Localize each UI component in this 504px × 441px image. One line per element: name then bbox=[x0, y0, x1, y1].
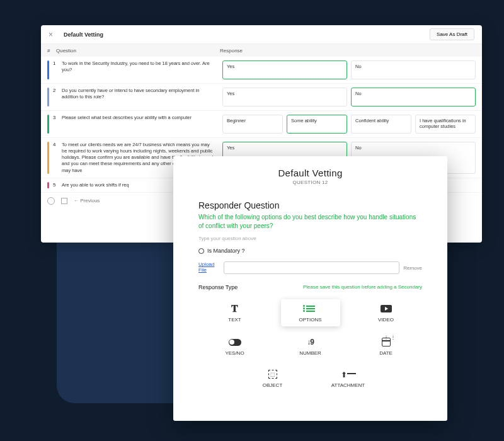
section-heading: Responder Question bbox=[198, 200, 422, 210]
row-num: 1 bbox=[53, 60, 62, 79]
question-prompt[interactable]: Which of the following options do you be… bbox=[198, 213, 422, 231]
radio-icon[interactable] bbox=[198, 248, 204, 254]
response-type-label: Response Type bbox=[198, 284, 238, 290]
row-accent bbox=[47, 60, 49, 79]
question-hint: Type your question above bbox=[198, 236, 422, 241]
col-num: # bbox=[47, 48, 56, 54]
table-row: 2 Do you currently have or intend to hav… bbox=[41, 84, 482, 111]
row-accent bbox=[47, 88, 49, 106]
editor-title: Default Vetting bbox=[198, 168, 422, 178]
col-response: Response bbox=[220, 48, 476, 54]
option[interactable]: Yes bbox=[222, 88, 347, 106]
row-accent bbox=[47, 142, 49, 174]
type-text[interactable]: TEXT bbox=[205, 299, 265, 326]
response-options: Beginner Some ability Confident ability … bbox=[222, 115, 476, 134]
question-editor-panel: Default Vetting QUESTION 12 Responder Qu… bbox=[173, 156, 447, 421]
file-input[interactable] bbox=[224, 261, 399, 274]
type-options[interactable]: OPTIONS bbox=[281, 299, 340, 326]
help-icon[interactable] bbox=[47, 197, 55, 205]
option[interactable]: No bbox=[351, 88, 476, 106]
table-header: # Question Response bbox=[41, 44, 482, 57]
option[interactable]: Yes bbox=[222, 60, 347, 79]
question-text: To work in the Security Industry, you ne… bbox=[62, 60, 222, 79]
option[interactable]: Confident ability bbox=[351, 115, 411, 134]
options-icon bbox=[306, 303, 315, 314]
type-number[interactable]: NUMBER bbox=[281, 333, 340, 360]
mandatory-label: Is Mandatory ? bbox=[207, 248, 245, 254]
row-num: 2 bbox=[53, 88, 62, 106]
previous-button[interactable]: ← Previous bbox=[74, 198, 100, 203]
response-type-row: Response Type Please save this question … bbox=[198, 284, 422, 290]
close-icon[interactable]: × bbox=[49, 30, 57, 39]
save-draft-button[interactable]: Save As Draft bbox=[430, 28, 474, 40]
panel-title: Default Vetting bbox=[64, 32, 103, 38]
type-label: VIDEO bbox=[378, 317, 394, 323]
number-icon bbox=[307, 336, 314, 348]
type-label: OBJECT bbox=[263, 382, 283, 388]
type-attachment[interactable]: ATTACHMENT bbox=[319, 365, 378, 392]
type-video[interactable]: VIDEO bbox=[357, 299, 416, 326]
row-accent bbox=[47, 115, 49, 134]
response-options: Yes No bbox=[222, 60, 476, 79]
col-question: Question bbox=[56, 48, 220, 54]
video-icon bbox=[381, 303, 392, 314]
row-num: 5 bbox=[53, 182, 62, 188]
option[interactable]: Beginner bbox=[222, 115, 283, 134]
type-label: DATE bbox=[379, 350, 392, 356]
response-type-grid: TEXT OPTIONS VIDEO YES/NO NUMBER DATE bbox=[198, 299, 422, 360]
question-text: Do you currently have or intend to have … bbox=[62, 88, 222, 106]
text-icon bbox=[231, 303, 238, 314]
type-object[interactable]: OBJECT bbox=[243, 365, 302, 392]
type-label: YES/NO bbox=[225, 350, 244, 356]
row-num: 3 bbox=[53, 115, 62, 134]
upload-file-link[interactable]: Upload File bbox=[198, 262, 220, 273]
response-options: Yes No bbox=[222, 88, 476, 106]
object-icon bbox=[268, 369, 277, 380]
row-accent bbox=[47, 182, 49, 188]
type-label: NUMBER bbox=[299, 350, 321, 356]
type-label: OPTIONS bbox=[299, 317, 321, 323]
option[interactable]: I have qualifications in computer studie… bbox=[415, 115, 476, 134]
mandatory-toggle[interactable]: Is Mandatory ? bbox=[198, 248, 422, 254]
table-row: 3 Please select what best describes your… bbox=[41, 111, 482, 138]
upload-icon bbox=[341, 369, 356, 380]
type-label: TEXT bbox=[228, 317, 241, 323]
row-num: 4 bbox=[53, 142, 62, 174]
editor-subtitle: QUESTION 12 bbox=[198, 180, 422, 185]
type-date[interactable]: DATE bbox=[357, 333, 416, 360]
grid-icon[interactable] bbox=[61, 198, 67, 204]
response-type-warning: Please save this question before adding … bbox=[303, 284, 422, 290]
type-label: ATTACHMENT bbox=[331, 382, 365, 388]
option[interactable]: No bbox=[351, 60, 476, 79]
remove-file-link[interactable]: Remove bbox=[403, 265, 422, 271]
upload-row: Upload File Remove bbox=[198, 261, 422, 274]
question-text: Please select what best describes your a… bbox=[62, 115, 222, 134]
option[interactable]: Some ability bbox=[287, 115, 347, 134]
calendar-icon bbox=[382, 336, 391, 348]
table-row: 1 To work in the Security Industry, you … bbox=[41, 57, 482, 84]
response-type-grid-2: OBJECT ATTACHMENT bbox=[198, 365, 422, 392]
panel-header: × Default Vetting Save As Draft bbox=[41, 25, 482, 44]
toggle-icon bbox=[229, 336, 241, 348]
type-yesno[interactable]: YES/NO bbox=[205, 333, 265, 360]
